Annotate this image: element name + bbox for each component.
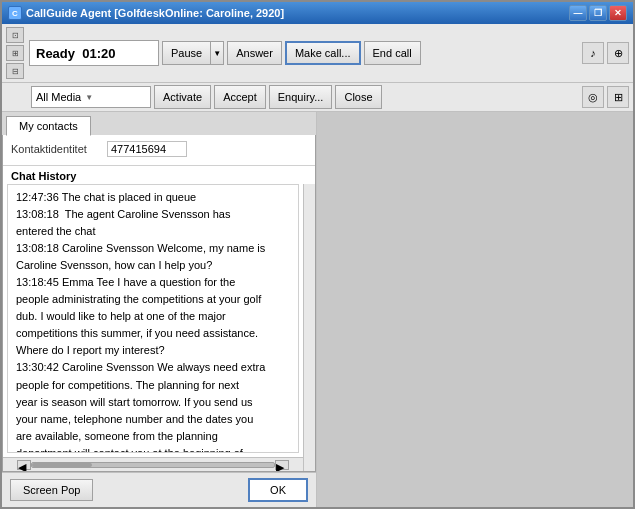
close-media-button[interactable]: Close	[335, 85, 381, 109]
media-dropdown[interactable]: All Media ▼	[31, 86, 151, 108]
chat-history-label: Chat History	[3, 166, 315, 184]
horizontal-scrollbar[interactable]: ◀ ▶	[3, 457, 303, 471]
answer-button[interactable]: Answer	[227, 41, 282, 65]
accept-button[interactable]: Accept	[214, 85, 266, 109]
media-dropdown-arrow: ▼	[85, 93, 93, 102]
app-icon: C	[8, 6, 22, 20]
toolbar-row2: All Media ▼ Activate Accept Enquiry... C…	[2, 83, 633, 112]
footer-buttons: Screen Pop OK	[2, 472, 316, 507]
pause-button-group: Pause ▼	[162, 41, 224, 65]
tab-content: Kontaktidentitet 477415694 Chat History …	[2, 135, 316, 472]
sidebar-icons: ⊡ ⊞ ⊟	[6, 27, 24, 79]
minimize-button[interactable]: —	[569, 5, 587, 21]
sidebar-icon-1[interactable]: ⊡	[6, 27, 24, 43]
right-panel	[317, 112, 633, 507]
content-area: My contacts Kontaktidentitet 477415694 C…	[2, 112, 633, 507]
contact-fields: Kontaktidentitet 477415694	[3, 135, 315, 166]
hscroll-right-arrow[interactable]: ▶	[275, 460, 289, 470]
enquiry-button[interactable]: Enquiry...	[269, 85, 333, 109]
status-time: 01:20	[82, 46, 115, 61]
status-display: Ready 01:20	[29, 40, 159, 66]
make-call-button[interactable]: Make call...	[285, 41, 361, 65]
tabs-bar: My contacts	[2, 112, 316, 135]
title-bar-left: C CallGuide Agent [GolfdeskOnline: Carol…	[8, 6, 284, 20]
media-dropdown-label: All Media	[36, 91, 81, 103]
field-row: Kontaktidentitet 477415694	[11, 141, 307, 157]
left-panel: My contacts Kontaktidentitet 477415694 C…	[2, 112, 317, 507]
pause-button[interactable]: Pause	[162, 41, 210, 65]
window-title: CallGuide Agent [GolfdeskOnline: Carolin…	[26, 7, 284, 19]
restore-button[interactable]: ❐	[589, 5, 607, 21]
end-call-button[interactable]: End call	[364, 41, 421, 65]
sidebar-icon-3[interactable]: ⊟	[6, 63, 24, 79]
toolbar2-icon1[interactable]: ◎	[582, 86, 604, 108]
screen-pop-button[interactable]: Screen Pop	[10, 479, 93, 501]
title-bar: C CallGuide Agent [GolfdeskOnline: Carol…	[2, 2, 633, 24]
toolbar-row1: ⊡ ⊞ ⊟ Ready 01:20 Pause ▼ Answer Make ca…	[2, 24, 633, 83]
tab-my-contacts[interactable]: My contacts	[6, 116, 91, 136]
status-text: Ready	[36, 46, 75, 61]
hscroll-thumb[interactable]	[32, 463, 92, 467]
music-icon[interactable]: ♪	[582, 42, 604, 64]
activate-button[interactable]: Activate	[154, 85, 211, 109]
pause-dropdown-arrow[interactable]: ▼	[210, 41, 224, 65]
vertical-scrollbar[interactable]	[303, 184, 315, 471]
sidebar-icon-2[interactable]: ⊞	[6, 45, 24, 61]
toolbar2-icon2[interactable]: ⊞	[607, 86, 629, 108]
chat-scroll-area[interactable]: 12:47:36 The chat is placed in queue 13:…	[7, 184, 299, 453]
hscroll-track	[31, 462, 275, 468]
field-label: Kontaktidentitet	[11, 143, 101, 155]
headset-icon[interactable]: ⊕	[607, 42, 629, 64]
field-value: 477415694	[107, 141, 187, 157]
close-button[interactable]: ✕	[609, 5, 627, 21]
chat-area-wrapper: 12:47:36 The chat is placed in queue 13:…	[3, 184, 303, 471]
main-window: C CallGuide Agent [GolfdeskOnline: Carol…	[0, 0, 635, 509]
title-bar-controls: — ❐ ✕	[569, 5, 627, 21]
ok-button[interactable]: OK	[248, 478, 308, 502]
hscroll-left-arrow[interactable]: ◀	[17, 460, 31, 470]
inner-layout: 12:47:36 The chat is placed in queue 13:…	[3, 184, 315, 471]
